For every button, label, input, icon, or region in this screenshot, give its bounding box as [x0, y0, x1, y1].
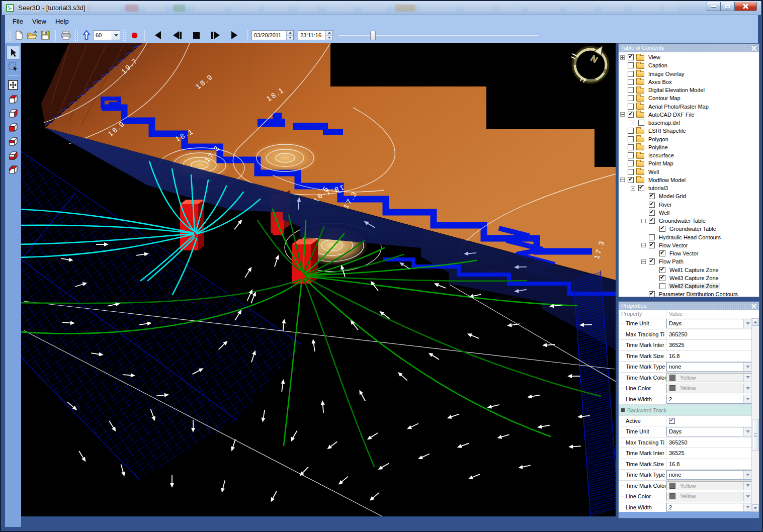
expand-plus-icon[interactable]	[631, 121, 635, 125]
toc-item-label[interactable]: Well	[657, 210, 671, 216]
time-spinner[interactable]	[325, 31, 332, 40]
toc-item-polygon[interactable]: Polygon	[619, 135, 759, 143]
visibility-checkbox[interactable]	[638, 185, 644, 191]
save-button[interactable]	[39, 29, 52, 42]
visibility-checkbox[interactable]	[649, 218, 655, 224]
toc-item-flow-vector[interactable]: Flow Vector	[619, 249, 759, 257]
toc-item-well3-capture-zone[interactable]: Well3 Capture Zone	[619, 274, 759, 282]
property-value-cell[interactable]: 36525	[666, 448, 752, 459]
property-row-backward-track[interactable]: Backward Track	[619, 405, 752, 416]
visibility-checkbox[interactable]	[649, 291, 655, 297]
print-button[interactable]	[59, 29, 72, 42]
toc-item-tutorial3[interactable]: tutorial3	[619, 184, 759, 192]
toc-item-label[interactable]: Parameter Distribution Contours	[657, 291, 739, 297]
toc-header[interactable]: Table of Contents	[619, 44, 759, 52]
visibility-checkbox[interactable]	[649, 234, 655, 240]
property-value-cell[interactable]: 36525	[666, 340, 752, 350]
property-row-time-mark-color[interactable]: Time Mark ColorYellow	[619, 481, 752, 492]
toc-item-label[interactable]: Isosurface	[647, 152, 675, 158]
visibility-checkbox[interactable]	[659, 226, 665, 232]
toc-item-label[interactable]: Polyline	[647, 144, 669, 150]
property-row-time-unit[interactable]: Time UnitDays	[619, 318, 752, 329]
value-dropdown[interactable]: 2	[666, 395, 752, 404]
visibility-checkbox[interactable]	[628, 71, 634, 77]
visibility-checkbox[interactable]	[628, 128, 634, 134]
close-button[interactable]	[734, 2, 757, 11]
view-top-button[interactable]	[7, 92, 20, 106]
toc-item-contour-map[interactable]: Contour Map	[619, 94, 759, 102]
visibility-checkbox[interactable]	[659, 250, 665, 256]
dropdown-arrow-icon[interactable]	[743, 395, 751, 404]
toc-item-groundwater-table[interactable]: Groundwater Table	[619, 225, 759, 233]
expand-minus-icon[interactable]	[641, 243, 646, 247]
dropdown-arrow-icon[interactable]	[743, 427, 751, 436]
toc-item-groundwater-table[interactable]: Groundwater Table	[619, 217, 759, 225]
visibility-checkbox[interactable]	[628, 54, 634, 60]
scroll-down-button[interactable]	[752, 504, 759, 512]
toc-item-basemap-dxf[interactable]: basemap.dxf	[619, 119, 759, 127]
toc-item-label[interactable]: tutorial3	[647, 185, 669, 191]
date-spinner[interactable]	[286, 31, 293, 40]
toc-item-aerial-photo-raster-map[interactable]: Aerial Photo/Raster Map	[619, 103, 759, 111]
toc-item-label[interactable]: Digital Elevation Model	[647, 87, 706, 93]
property-value[interactable]: 36525	[666, 450, 685, 456]
open-file-button[interactable]	[26, 29, 39, 42]
properties-header[interactable]: Properties	[619, 302, 759, 310]
value-dropdown[interactable]: 2	[666, 503, 752, 512]
property-value-cell[interactable]: 16.8	[666, 459, 752, 470]
visibility-checkbox[interactable]	[649, 202, 655, 208]
property-value-cell[interactable]: Days	[666, 318, 752, 329]
view-bottom-button[interactable]	[7, 106, 20, 120]
active-checkbox[interactable]	[669, 418, 675, 424]
frame-combo[interactable]: 60	[93, 30, 120, 40]
property-value-cell[interactable]: 16.8	[666, 351, 752, 362]
view-right-button[interactable]	[7, 134, 20, 148]
expand-minus-icon[interactable]	[641, 259, 646, 264]
toolbar-grip[interactable]	[74, 29, 78, 41]
time-slider-track[interactable]	[339, 35, 538, 36]
expand-minus-icon[interactable]	[620, 112, 625, 117]
visibility-checkbox[interactable]	[628, 152, 634, 158]
property-row-line-width[interactable]: Line Width2	[619, 502, 752, 512]
expand-minus-icon[interactable]	[620, 178, 625, 182]
visibility-checkbox[interactable]	[659, 275, 665, 281]
toc-item-esri-shapefile[interactable]: ESRI Shapefile	[619, 127, 759, 135]
view-left-button[interactable]	[7, 120, 20, 134]
expand-minus-icon[interactable]	[631, 186, 635, 191]
view-front-button[interactable]	[7, 148, 20, 162]
dropdown-arrow-icon[interactable]	[743, 363, 751, 371]
stop-button[interactable]	[190, 29, 203, 42]
property-value-cell[interactable]: 2	[666, 502, 752, 512]
toolbar-grip[interactable]	[122, 29, 126, 41]
color-dropdown[interactable]: Yellow	[666, 384, 752, 393]
resize-grip[interactable]	[756, 525, 761, 530]
property-value-cell[interactable]: 365250	[666, 329, 752, 340]
toc-item-model-grid[interactable]: Model Grid	[619, 192, 759, 200]
toc-item-label[interactable]: Image Overlay	[647, 71, 686, 77]
color-dropdown[interactable]: Yellow	[666, 481, 752, 491]
toc-item-label[interactable]: Caption	[647, 62, 669, 68]
visibility-checkbox[interactable]	[628, 136, 634, 142]
property-row-time-mark-size[interactable]: Time Mark Size16.8	[619, 459, 752, 470]
visibility-checkbox[interactable]	[638, 120, 644, 126]
toc-item-autocad-dxf-file[interactable]: AutoCAD DXF File	[619, 111, 759, 119]
color-dropdown[interactable]: Yellow	[666, 492, 752, 501]
toc-item-label[interactable]: Flow Vector	[668, 250, 700, 256]
step-forward-button[interactable]	[209, 29, 222, 42]
property-value[interactable]: 16.8	[666, 353, 680, 359]
visibility-checkbox[interactable]	[649, 258, 655, 264]
marquee-select-button[interactable]	[7, 60, 20, 73]
property-row-line-color[interactable]: Line ColorYellow	[619, 491, 752, 502]
menu-view[interactable]: View	[28, 17, 51, 26]
toc-item-axes-box[interactable]: Axes Box	[619, 78, 759, 86]
toc-item-label[interactable]: Axes Box	[647, 79, 673, 85]
property-row-time-unit[interactable]: Time UnitDays	[619, 426, 752, 437]
toc-item-parameter-distribution-contours[interactable]: Parameter Distribution Contours	[619, 290, 759, 297]
record-button[interactable]	[128, 29, 141, 42]
toc-item-label[interactable]: Well1 Capture Zone	[668, 267, 720, 273]
property-value-cell[interactable]: Yellow	[666, 481, 752, 491]
toc-item-flow-vector[interactable]: Flow Vector	[619, 241, 759, 249]
visibility-checkbox[interactable]	[649, 210, 655, 216]
property-row-active[interactable]: Active	[619, 416, 752, 427]
select-tool-button[interactable]	[7, 46, 20, 59]
